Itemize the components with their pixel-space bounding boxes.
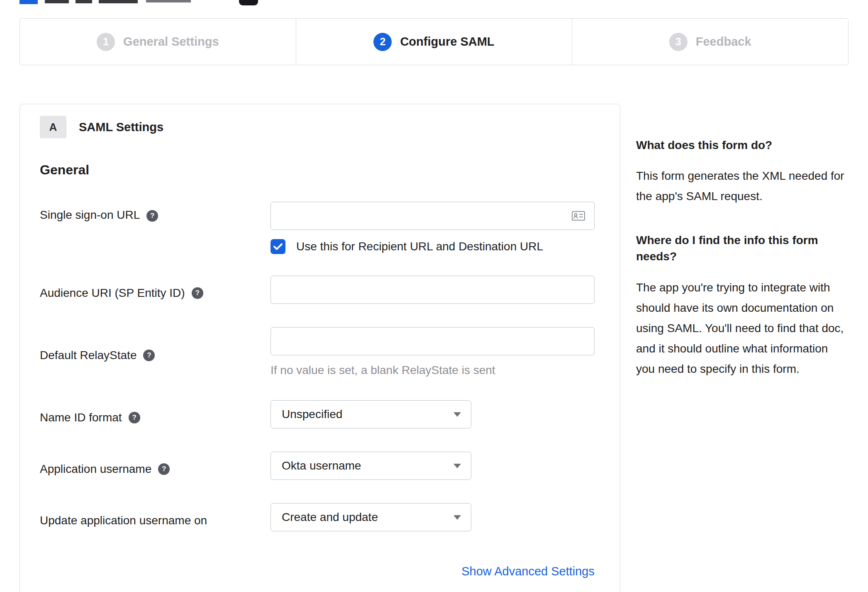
chevron-down-icon <box>454 464 461 468</box>
step-number: 2 <box>373 33 392 51</box>
wizard-stepper: 1 General Settings 2 Configure SAML 3 Fe… <box>20 18 848 65</box>
help-icon[interactable]: ? <box>143 350 155 361</box>
help-sidebar: What does this form do? This form genera… <box>636 104 848 405</box>
step-label: Feedback <box>696 35 751 49</box>
application-username-value: Okta username <box>282 459 361 472</box>
saml-settings-panel: A SAML Settings General Single sign-on U… <box>20 104 620 592</box>
help-heading-1: What does this form do? <box>636 137 848 153</box>
step-label: Configure SAML <box>400 35 494 49</box>
recipient-url-checkbox[interactable] <box>271 239 285 254</box>
audience-uri-label-text: Audience URI (SP Entity ID) <box>40 286 185 300</box>
nameid-format-value: Unspecified <box>282 408 342 421</box>
panel-header: A SAML Settings <box>40 116 595 138</box>
application-username-row: Application username ? Okta username <box>40 452 595 480</box>
step-configure-saml[interactable]: 2 Configure SAML <box>296 19 573 65</box>
clipped-text-fragment <box>146 0 191 2</box>
clipped-text-fragment <box>99 0 138 3</box>
help-body-1: This form generates the XML needed for t… <box>636 166 848 206</box>
clipped-logo-fragment <box>20 0 38 4</box>
nameid-format-row: Name ID format ? Unspecified <box>40 400 595 428</box>
chevron-down-icon <box>454 515 461 520</box>
show-advanced-settings-link[interactable]: Show Advanced Settings <box>461 565 595 578</box>
chevron-down-icon <box>454 412 461 417</box>
sso-url-label-text: Single sign-on URL <box>40 208 140 222</box>
audience-uri-input[interactable] <box>271 276 595 304</box>
relaystate-label: Default RelayState ? <box>40 327 271 377</box>
help-body-2: The app you're trying to integrate with … <box>636 277 848 379</box>
update-username-select[interactable]: Create and update <box>271 503 471 531</box>
advanced-settings-row: Show Advanced Settings <box>40 565 595 578</box>
nameid-format-select[interactable]: Unspecified <box>271 400 471 428</box>
recipient-url-checkbox-label: Use this for Recipient URL and Destinati… <box>296 240 543 253</box>
update-username-value: Create and update <box>282 511 378 524</box>
relaystate-row: Default RelayState ? If no value is set,… <box>40 327 595 377</box>
update-username-label-text: Update application username on <box>40 514 207 527</box>
step-label: General Settings <box>123 35 219 49</box>
relaystate-input[interactable] <box>271 327 595 355</box>
relaystate-hint: If no value is set, a blank RelayState i… <box>271 364 595 377</box>
update-username-label: Update application username on <box>40 503 271 531</box>
clipped-app-logo <box>239 0 258 5</box>
audience-uri-label: Audience URI (SP Entity ID) ? <box>40 276 271 304</box>
step-number: 3 <box>669 33 688 51</box>
application-username-label-text: Application username <box>40 462 151 476</box>
section-a-badge: A <box>40 116 66 138</box>
help-icon[interactable]: ? <box>146 210 158 222</box>
clipped-text-fragment <box>76 0 92 3</box>
nameid-format-label-text: Name ID format <box>40 411 122 424</box>
update-username-row: Update application username on Create an… <box>40 503 595 531</box>
clipped-text-fragment <box>45 0 69 3</box>
sso-url-label: Single sign-on URL ? <box>40 202 271 254</box>
nameid-format-label: Name ID format ? <box>40 400 271 428</box>
application-username-label: Application username ? <box>40 452 271 480</box>
help-icon[interactable]: ? <box>192 287 203 299</box>
step-feedback[interactable]: 3 Feedback <box>572 19 848 65</box>
step-number: 1 <box>97 33 115 51</box>
contact-card-icon[interactable] <box>571 210 585 222</box>
general-section-heading: General <box>40 162 595 178</box>
recipient-url-checkbox-row: Use this for Recipient URL and Destinati… <box>271 239 595 254</box>
relaystate-label-text: Default RelayState <box>40 349 137 362</box>
sso-url-row: Single sign-on URL ? <box>40 202 595 254</box>
help-icon[interactable]: ? <box>158 463 170 475</box>
application-username-select[interactable]: Okta username <box>271 452 471 480</box>
step-general-settings[interactable]: 1 General Settings <box>20 19 296 65</box>
audience-uri-row: Audience URI (SP Entity ID) ? <box>40 276 595 304</box>
panel-title: SAML Settings <box>79 120 163 134</box>
help-icon[interactable]: ? <box>129 412 140 423</box>
help-heading-2: Where do I find the info this form needs… <box>636 232 848 264</box>
sso-url-input[interactable] <box>271 202 595 230</box>
clipped-app-header <box>0 0 868 6</box>
